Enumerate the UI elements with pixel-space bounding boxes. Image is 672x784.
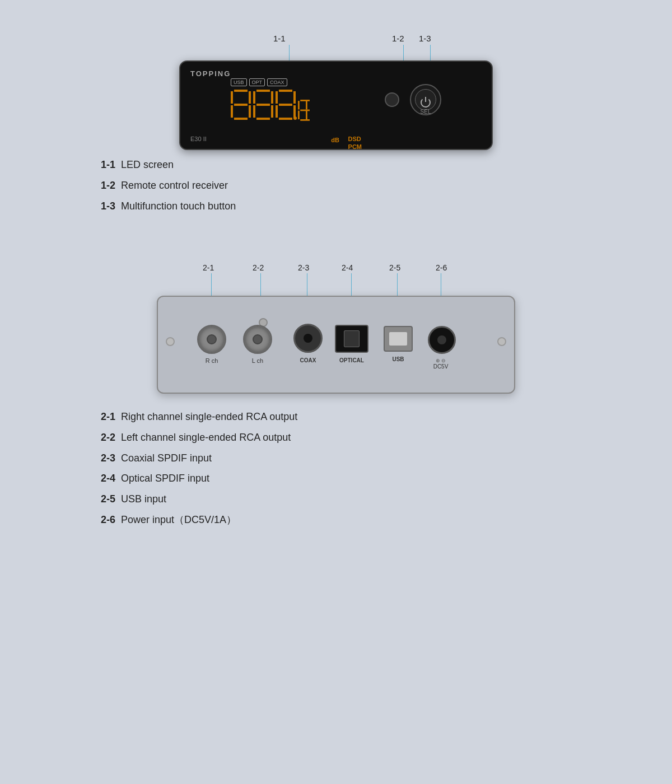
dsd-pcm-labels: DSD PCM — [348, 136, 362, 150]
optical-port — [335, 325, 368, 353]
input-tags: USB OPT COAX — [231, 78, 365, 86]
front-item-2: 1-2 Remote control receiver — [101, 178, 236, 194]
rear-item-5-desc: USB input — [121, 493, 166, 505]
label-2-6: 2-6 — [436, 263, 447, 272]
digit-3 — [276, 90, 296, 120]
label-1-1: 1-1 — [273, 34, 286, 43]
rear-line-2-6 — [441, 273, 441, 296]
rear-item-6: 2-6 Power input（DC5V/1A） — [101, 512, 297, 528]
rear-item-4: 2-4 Optical SPDIF input — [101, 470, 297, 487]
front-item-1: 1-1 LED screen — [101, 157, 236, 173]
rca-r-port — [197, 325, 226, 354]
label-2-3: 2-3 — [298, 263, 309, 272]
rear-item-6-id: 2-6 — [101, 514, 115, 525]
remote-control-receiver — [385, 92, 399, 107]
digit-small — [298, 100, 307, 114]
rear-item-2: 2-2 Left channel single-ended RCA output — [101, 430, 297, 446]
front-item-3: 1-3 Multifunction touch button — [101, 198, 236, 214]
rear-device-body: R ch L ch COAX OPTICAL USB ⊕ ⊖ DC5V — [157, 296, 515, 394]
connector-line-1-1 — [289, 45, 290, 60]
optical-inner — [344, 330, 360, 347]
brand-logo: TOPPING — [190, 69, 231, 78]
front-item-1-id: 1-1 — [101, 159, 115, 170]
sel-label: SEL — [411, 109, 440, 115]
screw-left — [166, 337, 175, 346]
dsd-label: DSD — [348, 136, 362, 142]
usb-tag: USB — [231, 78, 247, 86]
rca-r-label: R ch — [197, 357, 226, 364]
rear-item-5: 2-5 USB input — [101, 491, 297, 507]
digits-row — [231, 90, 365, 120]
dc-label: ⊕ ⊖ DC5V — [420, 357, 461, 370]
rear-item-4-id: 2-4 — [101, 473, 115, 484]
rear-item-2-id: 2-2 — [101, 432, 115, 443]
power-icon — [421, 95, 431, 105]
digit-2 — [253, 90, 273, 120]
rear-item-1: 2-1 Right channel single-ended RCA outpu… — [101, 409, 297, 425]
screw-right — [497, 337, 506, 346]
rear-item-4-desc: Optical SPDIF input — [121, 473, 209, 484]
rear-item-2-desc: Left channel single-ended RCA output — [121, 432, 291, 443]
db-label: dB — [331, 137, 339, 143]
sel-button[interactable]: SEL — [410, 84, 441, 115]
rear-line-2-1 — [211, 273, 212, 296]
rear-item-3-id: 2-3 — [101, 452, 115, 464]
usb-inner — [389, 332, 407, 346]
front-item-1-desc: LED screen — [121, 159, 174, 170]
opt-tag: OPT — [249, 78, 265, 86]
front-item-3-id: 1-3 — [101, 200, 115, 212]
rear-item-6-desc: Power input（DC5V/1A） — [121, 514, 236, 525]
sel-inner: SEL — [415, 89, 436, 110]
label-1-2: 1-2 — [392, 34, 404, 43]
rear-line-2-4 — [351, 273, 352, 296]
coax-port — [293, 324, 323, 353]
front-device-body: TOPPING E30 II USB OPT COAX — [179, 60, 493, 150]
front-item-3-desc: Multifunction touch button — [121, 200, 236, 212]
front-item-2-id: 1-2 — [101, 180, 115, 191]
rear-item-3-desc: Coaxial SPDIF input — [121, 452, 212, 464]
label-2-1: 2-1 — [203, 263, 214, 272]
optical-label: OPTICAL — [335, 357, 368, 363]
label-2-4: 2-4 — [342, 263, 353, 272]
rear-item-5-id: 2-5 — [101, 493, 115, 505]
label-2-5: 2-5 — [389, 263, 400, 272]
usb-label: USB — [384, 356, 413, 362]
rear-item-1-id: 2-1 — [101, 411, 115, 422]
coax-tag: COAX — [267, 78, 287, 86]
led-display: USB OPT COAX — [231, 78, 365, 134]
digit-1 — [231, 90, 251, 120]
rca-l-label: L ch — [243, 357, 272, 364]
rear-line-2-5 — [397, 273, 398, 296]
rear-item-1-desc: Right channel single-ended RCA output — [121, 411, 297, 422]
rear-line-2-2 — [260, 273, 261, 296]
coax-label: COAX — [293, 357, 323, 363]
pcm-label: PCM — [348, 143, 362, 150]
front-item-2-desc: Remote control receiver — [121, 180, 228, 191]
rca-l-port — [243, 325, 272, 354]
model-label: E30 II — [190, 136, 207, 142]
rear-item-3: 2-3 Coaxial SPDIF input — [101, 450, 297, 466]
rear-line-2-3 — [307, 273, 307, 296]
rear-labels-section: 2-1 Right channel single-ended RCA outpu… — [101, 409, 297, 533]
front-labels-section: 1-1 LED screen 1-2 Remote control receiv… — [101, 157, 236, 218]
dc-power-port — [428, 326, 456, 354]
label-2-2: 2-2 — [253, 263, 264, 272]
label-1-3: 1-3 — [419, 34, 431, 43]
usb-port — [384, 326, 413, 352]
